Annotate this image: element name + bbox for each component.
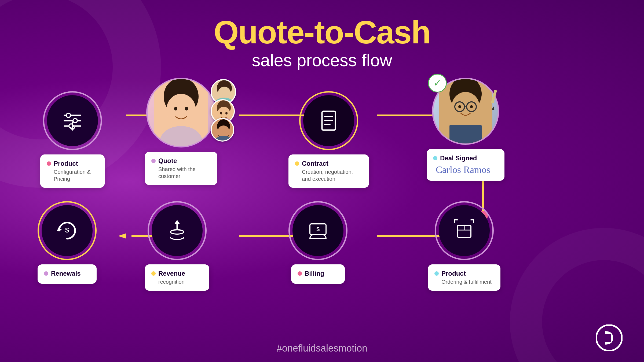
svg-marker-51 bbox=[492, 106, 496, 110]
quote-title: Quote bbox=[158, 157, 177, 165]
node-product-config: Product Configuration & Pricing bbox=[40, 91, 105, 188]
svg-point-67 bbox=[596, 325, 622, 351]
deal-person-avatar bbox=[439, 78, 492, 145]
node-billing: $ Billing bbox=[288, 201, 347, 284]
svg-point-13 bbox=[73, 119, 77, 123]
fulfillment-icon bbox=[451, 217, 478, 244]
billing-title: Billing bbox=[305, 270, 324, 277]
dot-quote bbox=[151, 159, 156, 163]
svg-text:$: $ bbox=[65, 226, 69, 234]
product-config-sub: Configuration & Pricing bbox=[54, 168, 98, 182]
node-product-order: Product Ordering & fulfillment bbox=[428, 201, 500, 291]
svg-text:$: $ bbox=[316, 226, 320, 232]
dot-product-config bbox=[47, 161, 51, 166]
contract-sub: Creation, negotiation, and execution bbox=[302, 168, 363, 182]
avatar-bottom-svg bbox=[212, 119, 234, 142]
product-config-title: Product bbox=[54, 160, 78, 167]
avatar-bottom bbox=[211, 118, 234, 142]
node-quote: Quote Shared with the customer bbox=[145, 78, 217, 185]
svg-point-12 bbox=[66, 113, 71, 117]
label-renewals: Renewals bbox=[38, 264, 97, 284]
node-product-config-circle bbox=[43, 91, 102, 150]
deal-signed-wrapper: ✓ bbox=[432, 78, 499, 145]
renewals-icon: $ bbox=[54, 217, 80, 244]
dot-billing bbox=[298, 271, 302, 276]
contract-icon bbox=[317, 109, 341, 133]
product-order-sub: Ordering & fulfillment bbox=[441, 278, 494, 285]
deal-signed-title: Deal Signed bbox=[440, 154, 477, 162]
avatar-cluster bbox=[211, 79, 236, 142]
title-area: Quote-to-Cash sales process flow bbox=[0, 0, 644, 70]
product-order-title: Product bbox=[441, 270, 466, 277]
node-product-order-circle bbox=[435, 201, 494, 260]
billing-icon: $ bbox=[305, 217, 331, 244]
label-deal-signed: Deal Signed Carlos Ramos bbox=[427, 149, 504, 181]
revenue-title: Revenue bbox=[158, 270, 185, 277]
svg-marker-8 bbox=[118, 233, 126, 239]
quote-person-avatar bbox=[154, 78, 208, 147]
svg-point-17 bbox=[166, 94, 196, 126]
svg-rect-49 bbox=[449, 125, 482, 145]
node-contract: Contract Creation, negotiation, and exec… bbox=[288, 91, 369, 188]
label-billing: Billing bbox=[291, 264, 345, 284]
label-product-order: Product Ordering & fulfillment bbox=[428, 264, 500, 291]
hashtag: #onefluidsalesmotion bbox=[0, 343, 644, 354]
dot-deal-signed bbox=[433, 156, 437, 160]
settings-icon bbox=[59, 107, 86, 134]
svg-point-19 bbox=[174, 107, 177, 110]
company-logo bbox=[596, 324, 623, 351]
node-renewals: $ Renewals bbox=[38, 201, 97, 284]
pen-icon bbox=[488, 88, 499, 110]
svg-point-47 bbox=[458, 105, 461, 108]
node-revenue: Revenue recognition bbox=[145, 201, 209, 291]
signature: Carlos Ramos bbox=[436, 164, 498, 175]
node-deal-signed: ✓ bbox=[427, 78, 504, 181]
label-quote: Quote Shared with the customer bbox=[145, 152, 217, 185]
quote-person-circle bbox=[146, 78, 216, 147]
node-renewals-circle: $ bbox=[38, 201, 97, 260]
label-product-config: Product Configuration & Pricing bbox=[40, 154, 105, 188]
contract-title: Contract bbox=[302, 160, 328, 167]
sub-title: sales process flow bbox=[0, 50, 644, 70]
dot-product-order bbox=[434, 271, 439, 276]
label-contract: Contract Creation, negotiation, and exec… bbox=[288, 154, 369, 188]
dot-renewals bbox=[44, 271, 48, 276]
check-badge: ✓ bbox=[428, 74, 447, 93]
revenue-sub: recognition bbox=[158, 278, 203, 285]
quote-sub: Shared with the customer bbox=[158, 166, 211, 180]
dot-contract bbox=[295, 161, 299, 166]
dot-revenue bbox=[151, 271, 156, 276]
label-revenue: Revenue recognition bbox=[145, 264, 209, 291]
revenue-icon bbox=[164, 217, 191, 244]
svg-point-20 bbox=[185, 107, 188, 110]
svg-point-30 bbox=[225, 112, 228, 114]
svg-point-29 bbox=[220, 112, 222, 114]
node-billing-circle: $ bbox=[288, 201, 347, 260]
node-contract-circle bbox=[299, 91, 358, 150]
logo-svg bbox=[596, 324, 623, 351]
svg-rect-50 bbox=[491, 90, 497, 104]
svg-point-48 bbox=[470, 105, 473, 108]
renewals-title: Renewals bbox=[51, 270, 81, 277]
node-revenue-circle bbox=[148, 201, 207, 260]
svg-marker-61 bbox=[174, 220, 180, 224]
main-title: Quote-to-Cash bbox=[0, 16, 644, 48]
